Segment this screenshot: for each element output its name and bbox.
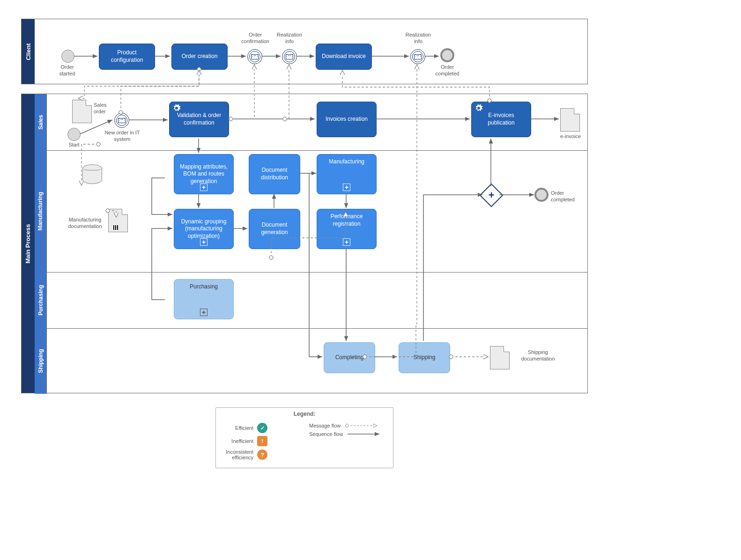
subprocess-marker-icon: + [343, 184, 350, 191]
task-dynamic-grouping: Dynamic grouping (manufacturing optimiza… [174, 209, 234, 249]
message-flow-icon [344, 423, 382, 428]
label-new-order: New order in IT system [104, 130, 141, 143]
label-order-confirmation: Order confirmation [237, 32, 274, 45]
pool-main-process: Main Process Sales Manufacturing Purchas… [21, 94, 588, 393]
task-completing: Completing [324, 342, 375, 373]
lane-header-shipping: Shipping [35, 328, 47, 394]
legend: Legend: Efficient✓ Inefficient! Inconsis… [215, 407, 393, 468]
end-event-order-completed [440, 48, 454, 62]
lane-divider [47, 272, 587, 273]
gateway-parallel: + [480, 184, 504, 207]
label-sales-order: Sales order [94, 102, 112, 115]
subprocess-marker-icon: + [200, 238, 207, 246]
label-start: Start [65, 142, 83, 148]
event-realization-info-2 [410, 49, 425, 64]
envelope-icon [414, 54, 422, 59]
label-ship-doc: Shipping documentation [516, 349, 560, 362]
pool-client: Client Order started Product configurati… [21, 19, 588, 84]
envelope-icon [251, 54, 259, 59]
gear-icon [474, 104, 483, 112]
task-order-creation: Order creation [171, 44, 228, 70]
task-einvoices-publication: E-invoices publication [471, 102, 531, 137]
start-event-sales [67, 128, 81, 141]
sequence-flow-icon [347, 431, 384, 437]
data-store [82, 164, 102, 184]
envelope-icon [118, 118, 126, 123]
legend-sequence-flow: Sequence flow [309, 431, 388, 437]
task-manufacturing: Manufacturing+ [317, 154, 377, 194]
task-performance-registration: Performance registration+ [317, 209, 377, 249]
event-realization-info-1 [282, 49, 297, 64]
label-einvoice: e-invoice [556, 133, 585, 140]
event-order-confirmation [247, 49, 262, 64]
task-document-distribution: Document distribution [249, 154, 300, 194]
subprocess-marker-icon: + [343, 238, 350, 246]
task-validation: Validation & order confirmation [169, 102, 229, 137]
label-realization-info-2: Realization info [402, 32, 435, 45]
label-order-completed-2: Order completed [551, 190, 581, 203]
svg-rect-2 [117, 225, 118, 230]
lane-divider [47, 328, 587, 329]
svg-rect-1 [115, 225, 116, 230]
task-invoices-creation: Invoices creation [317, 102, 377, 137]
pool-header-client: Client [22, 19, 35, 84]
event-new-order [114, 113, 129, 128]
check-icon: ✓ [257, 423, 267, 433]
envelope-icon [286, 54, 293, 59]
task-document-generation: Document generation [249, 209, 300, 249]
data-object-ship-doc [490, 346, 510, 369]
lane-divider [47, 150, 587, 151]
label-realization-info-1: Realization info [273, 32, 306, 45]
end-event-mfg [534, 188, 548, 202]
barcode-icon [113, 225, 120, 230]
legend-title: Legend: [221, 411, 388, 417]
question-icon: ? [257, 449, 267, 460]
data-object-einvoice [560, 108, 580, 132]
task-mapping-attributes: Mapping attributes, BOM and routes gener… [174, 154, 234, 194]
gear-icon [172, 104, 181, 112]
label-order-started: Order started [54, 64, 80, 77]
task-purchasing: Purchasing+ [174, 279, 234, 319]
data-object-sales-order [72, 100, 92, 123]
label-order-completed: Order completed [433, 64, 462, 77]
legend-message-flow: Message flow [309, 423, 388, 428]
label-mfg-doc: Manufacturing documentation [63, 217, 107, 230]
bpmn-canvas: Client Order started Product configurati… [9, 9, 595, 478]
start-event-order-started [61, 50, 74, 63]
subprocess-marker-icon: + [200, 309, 207, 316]
pool-header-main: Main Process [22, 94, 35, 393]
legend-efficient: Efficient✓ [221, 423, 300, 433]
lane-header-purchasing: Purchasing [35, 272, 47, 328]
task-download-invoice: Download invoice [316, 44, 372, 70]
lane-header-manufacturing: Manufacturing [35, 150, 47, 272]
subprocess-marker-icon: + [200, 184, 207, 191]
task-shipping: Shipping [399, 342, 450, 373]
legend-inconsistent: Inconsistent efficiency? [221, 449, 300, 460]
legend-inefficient: Inefficient! [221, 436, 300, 446]
warning-icon: ! [257, 436, 267, 446]
svg-rect-0 [113, 225, 114, 230]
lane-header-sales: Sales [35, 94, 47, 150]
task-product-configuration: Product configuration [99, 44, 155, 70]
